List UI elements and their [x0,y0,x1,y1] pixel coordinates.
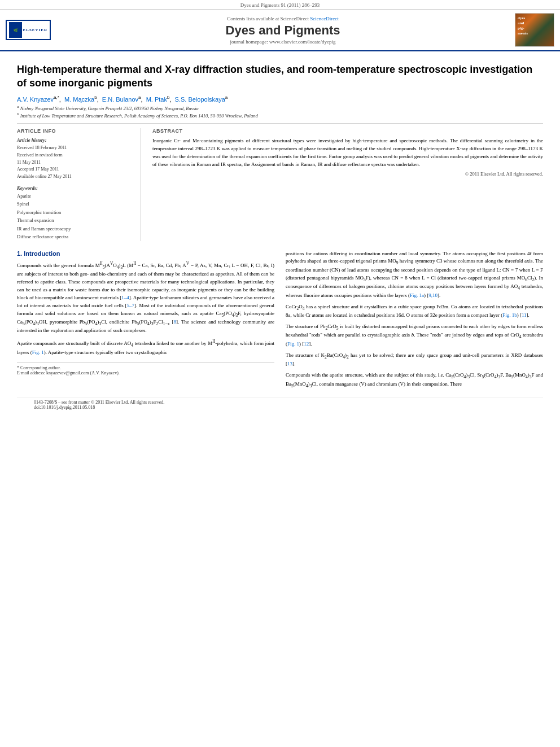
author-maczka[interactable]: M. Mączka [64,95,94,102]
article-dates: Received 18 February 2011 Received in re… [17,145,134,181]
article-info-heading: ARTICLE INFO [17,128,134,134]
ref-1-4[interactable]: 1–4 [121,295,129,300]
footnotes: * Corresponding author. E-mail address: … [17,362,274,375]
keywords-label: Keywords: [17,185,134,191]
journal-title-section: Contents lists available at ScienceDirec… [51,16,515,45]
article-info-abstract: ARTICLE INFO Article history: Received 1… [17,123,543,241]
elsevier-logo: 🌿 ELSEVIER [6,20,51,40]
journal-homepage: journal homepage: www.elsevier.com/locat… [51,39,515,45]
keywords-section: Keywords: Apatite Spinel Polymorphic tra… [17,185,134,241]
ref-12[interactable]: 12 [304,341,309,347]
bottom-bar: 0143-7208/$ – see front matter © 2011 El… [17,397,543,412]
introduction-heading: 1. Introduction [17,250,274,257]
footnote-corresponding: * Corresponding author. [17,365,274,370]
journal-name: Dyes and Pigments [51,23,515,38]
license-text: 0143-7208/$ – see front matter © 2011 El… [34,400,526,405]
main-content: High-temperature thermal and X-ray diffr… [0,51,560,418]
body-right-text: positions for cations differing in coord… [286,250,543,389]
body-left-col: 1. Introduction Compounds with the gener… [17,250,274,392]
ref-11[interactable]: 11 [522,312,527,318]
ref-9-10[interactable]: 9,10 [428,292,438,298]
sciencedirect-link[interactable]: ScienceDirect [310,16,338,21]
ref-5-7[interactable]: 5–7 [127,303,135,308]
author-knyazev[interactable]: A.V. Knyazev [17,95,54,102]
fig-1a-link[interactable]: Fig. 1a [410,292,424,298]
abstract-text: Inorganic Cr- and Mn-containing pigments… [152,137,543,169]
abstract-heading: ABSTRACT [152,128,543,134]
author-ptak[interactable]: M. Ptak [146,95,167,102]
author-bulanov[interactable]: E.N. Bulanov [102,95,138,102]
introduction-text: Compounds with the general formula MII5(… [17,260,274,357]
copyright: © 2011 Elsevier Ltd. All rights reserved… [152,171,543,177]
ref-8[interactable]: 8 [173,319,176,325]
article-info-col: ARTICLE INFO Article history: Received 1… [17,128,141,241]
abstract-col: ABSTRACT Inorganic Cr- and Mn-containing… [152,128,543,241]
keywords-list: Apatite Spinel Polymorphic transition Th… [17,192,134,241]
authors-line: A.V. Knyazeva,*, M. Mączkab, E.N. Bulano… [17,95,543,103]
article-title: High-temperature thermal and X-ray diffr… [17,63,543,90]
body-section: 1. Introduction Compounds with the gener… [17,250,543,392]
article-history-label: Article history: [17,137,134,143]
affiliations: a Nizhny Novgorod State University, Gaga… [17,104,543,119]
fig-1b-link[interactable]: Fig. 1b [502,312,517,318]
author-belopolskaya[interactable]: S.S. Belopolskaya [175,95,225,102]
ref-13[interactable]: 13 [287,361,292,366]
journal-citation: Dyes and Pigments 91 (2011) 286–293 [0,0,560,10]
sciencedirect-label: Contents lists available at ScienceDirec… [51,16,515,21]
fig-1-link[interactable]: Fig. 1 [32,350,44,355]
fig-1-link2[interactable]: Fig. 1 [287,341,299,347]
footnote-email: E-mail address: knyazevav@gmail.com (A.V… [17,370,274,375]
journal-header: 🌿 ELSEVIER Contents lists available at S… [0,10,560,51]
doi-text: doi:10.1016/j.dyepig.2011.05.018 [34,405,526,410]
journal-thumbnail: dyesandpig-ments [515,13,554,47]
body-right-col: positions for cations differing in coord… [286,250,543,392]
elsevier-logo-text: ELSEVIER [23,28,47,32]
